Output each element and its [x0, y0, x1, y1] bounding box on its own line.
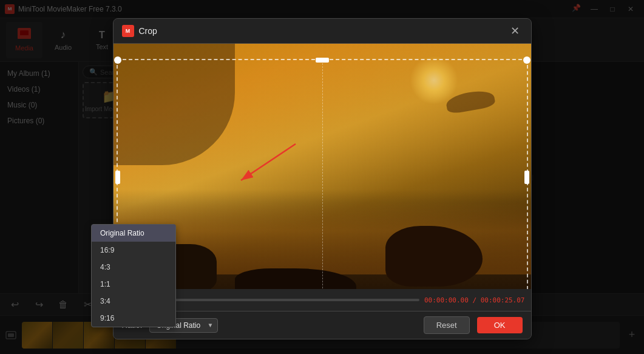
dropdown-item-3-4[interactable]: 3:4 — [113, 293, 176, 310]
crop-modal: M Crop ✕ — [113, 18, 532, 339]
time-total: 00:00:25.07 — [481, 296, 525, 304]
crop-header-left: M Crop — [122, 25, 157, 37]
dropdown-item-original[interactable]: Original Ratio — [113, 225, 176, 242]
dropdown-item-1-1[interactable]: 1:1 — [113, 276, 176, 293]
time-separator: / — [472, 296, 480, 304]
crop-title: Crop — [139, 26, 157, 36]
crop-header: M Crop ✕ — [114, 19, 531, 44]
time-current: 00:00:00.00 — [424, 296, 469, 304]
ok-button[interactable]: OK — [477, 317, 523, 333]
reset-button[interactable]: Reset — [424, 316, 470, 334]
ratio-dropdown-menu: Original Ratio 16:9 4:3 1:1 3:4 9:16 — [113, 224, 177, 327]
modal-overlay: M Crop ✕ — [0, 0, 644, 354]
crop-close-button[interactable]: ✕ — [508, 24, 523, 38]
dropdown-item-4-3[interactable]: 4:3 — [113, 259, 176, 276]
dropdown-item-16-9[interactable]: 16:9 — [113, 242, 176, 259]
crop-logo: M — [122, 25, 134, 37]
progress-bar[interactable] — [141, 299, 419, 301]
dropdown-item-9-16[interactable]: 9:16 — [113, 310, 176, 327]
time-display: 00:00:00.00 / 00:00:25.07 — [424, 296, 525, 304]
